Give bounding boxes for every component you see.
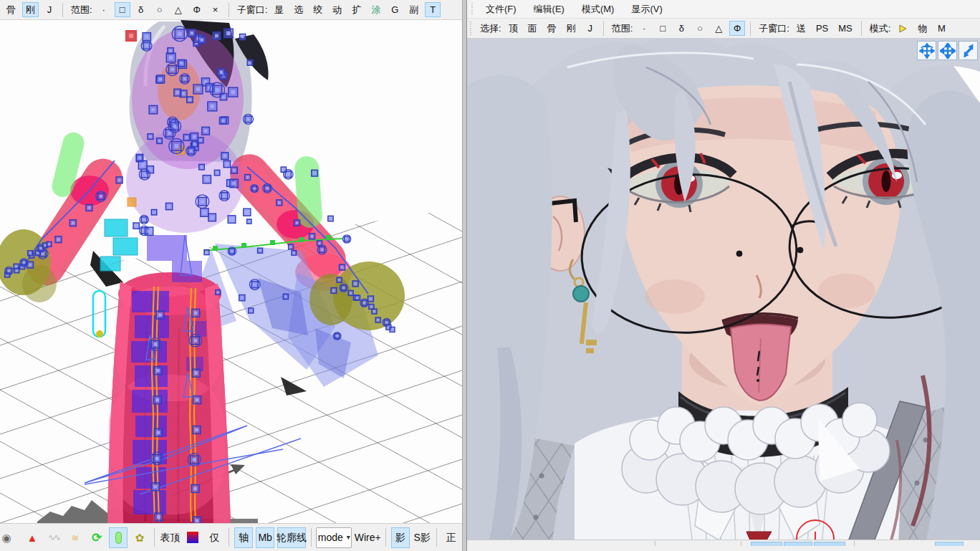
range-phi-button[interactable]: Φ xyxy=(189,2,205,17)
flower-icon[interactable]: ✿ xyxy=(130,527,149,548)
divider xyxy=(62,3,63,17)
menu-file[interactable]: 文件(F) xyxy=(477,1,525,18)
selected-rigid-body[interactable] xyxy=(126,31,136,41)
select-joint-button[interactable]: J xyxy=(582,21,598,36)
divider xyxy=(229,3,229,17)
window-divider[interactable] xyxy=(462,0,467,551)
subwindow-select-button[interactable]: 选 xyxy=(290,2,307,17)
left-top-toolbar: 骨 刚 J 范围: · □ δ ○ △ Φ × 子窗口: 显 选 绞 动 扩 涂… xyxy=(0,0,462,20)
range-circle-button[interactable]: ○ xyxy=(692,21,708,36)
range-triangle-button[interactable]: △ xyxy=(170,2,186,17)
divider xyxy=(436,528,437,547)
front-view-button[interactable]: 正 xyxy=(442,527,461,548)
divider xyxy=(311,528,312,547)
zoom-icon xyxy=(961,43,976,59)
select-bone-button[interactable]: 骨 xyxy=(3,2,19,17)
weight-gradient-button[interactable] xyxy=(183,527,202,548)
menu-mode[interactable]: 模式(M) xyxy=(573,1,623,18)
select-joint-button[interactable]: J xyxy=(42,2,57,17)
right-bottom-toolbar-partial xyxy=(467,540,980,545)
range-point-button[interactable]: · xyxy=(96,2,112,17)
model-overlay-canvas xyxy=(0,20,462,523)
warning-triangle-icon[interactable]: ▲ xyxy=(23,527,42,548)
subwindow-paint-button[interactable]: 涂 xyxy=(368,2,384,17)
play-button[interactable] xyxy=(894,21,911,36)
partial-button[interactable] xyxy=(935,542,964,546)
divider xyxy=(603,21,604,36)
subwindow-display-button[interactable]: 显 xyxy=(271,2,287,17)
range-delta-button[interactable]: δ xyxy=(673,21,689,36)
menu-edit[interactable]: 编辑(E) xyxy=(525,1,573,18)
only-button[interactable]: 仅 xyxy=(205,527,224,548)
range-circle-button[interactable]: ○ xyxy=(152,2,168,17)
subwindow-sub-button[interactable]: 副 xyxy=(405,2,422,17)
right-toolbar: 选择: 顶 面 骨 刚 J 范围: · □ δ ○ △ Φ 子窗口: 送 PS … xyxy=(467,18,980,39)
range-triangle-button[interactable]: △ xyxy=(711,21,726,36)
axis-button[interactable]: 轴 xyxy=(234,527,253,548)
model-edit-window: 骨 刚 J 范围: · □ δ ○ △ Φ × 子窗口: 显 选 绞 动 扩 涂… xyxy=(0,0,462,551)
menu-view[interactable]: 显示(V) xyxy=(623,1,671,18)
range-x-button[interactable]: × xyxy=(208,2,224,17)
select-face-button[interactable]: 面 xyxy=(524,21,541,36)
mode-label: 模式: xyxy=(870,22,891,35)
render-3d-viewport[interactable] xyxy=(467,39,980,545)
subwindow-ps-button[interactable]: PS xyxy=(812,21,832,36)
partial-button[interactable] xyxy=(751,542,782,546)
range-point-button[interactable]: · xyxy=(636,21,652,36)
range-box-button[interactable]: □ xyxy=(115,2,130,17)
view-window: 文件(F) 编辑(E) 模式(M) 显示(V) 选择: 顶 面 骨 刚 J 范围… xyxy=(467,0,980,551)
orbit-icon xyxy=(919,43,935,59)
range-delta-button[interactable]: δ xyxy=(133,2,149,17)
right-menubar: 文件(F) 编辑(E) 模式(M) 显示(V) xyxy=(467,0,980,18)
partial-button[interactable] xyxy=(784,542,812,546)
divider xyxy=(861,21,862,36)
subwindow-twist-button[interactable]: 绞 xyxy=(309,2,326,17)
zoom-view-button[interactable] xyxy=(959,41,978,60)
range-box-button[interactable]: □ xyxy=(655,21,671,36)
pan-icon xyxy=(940,43,956,59)
subwindow-ms-button[interactable]: MS xyxy=(835,21,856,36)
subwindow-g-button[interactable]: G xyxy=(387,2,403,17)
toolbar-grip[interactable] xyxy=(470,21,473,35)
mode-dropdown[interactable]: mode▾ xyxy=(316,527,352,548)
m-button[interactable]: M xyxy=(933,21,949,36)
play-icon xyxy=(898,24,908,34)
surface-vertex-button[interactable]: 表顶 xyxy=(160,527,181,548)
subwindow-send-button[interactable]: 送 xyxy=(793,21,810,36)
left-bottom-toolbar: ◉ ▲ ∿∿ ≋ ⟳ ✿ 表顶 仅 轴 Mb 轮廓线 mode▾ Wire+ 影… xyxy=(0,523,462,551)
partial-button[interactable] xyxy=(814,542,845,546)
outline-button[interactable]: 轮廓线 xyxy=(277,527,306,548)
self-shadow-button[interactable]: S影 xyxy=(413,527,431,548)
indigo-rigid-boxes xyxy=(131,291,169,514)
select-bone-button[interactable]: 骨 xyxy=(544,21,560,36)
chevron-down-icon: ▾ xyxy=(347,534,350,541)
physics-button[interactable]: 物 xyxy=(914,21,931,36)
select-rigid-button[interactable]: 刚 xyxy=(563,21,580,36)
subwindow-label: 子窗口: xyxy=(759,22,789,35)
refresh-icon[interactable]: ⟳ xyxy=(87,527,106,548)
select-rigid-button[interactable]: 刚 xyxy=(22,2,39,17)
capsule-icon xyxy=(115,532,122,544)
subwindow-motion-button[interactable]: 动 xyxy=(329,2,345,17)
divider xyxy=(229,528,229,547)
shadow-button[interactable]: 影 xyxy=(391,527,410,548)
range-phi-button[interactable]: Φ xyxy=(729,21,745,36)
subwindow-t-button[interactable]: T xyxy=(425,2,441,17)
divider xyxy=(154,528,155,547)
orbit-view-button[interactable] xyxy=(917,41,936,60)
capsule-display-button[interactable] xyxy=(109,527,128,548)
toolbar-grip[interactable] xyxy=(471,3,474,16)
select-vertex-button[interactable]: 顶 xyxy=(505,21,522,36)
character-model xyxy=(0,20,405,523)
subwindow-extend-button[interactable]: 扩 xyxy=(348,2,365,17)
divider xyxy=(385,528,386,547)
pan-view-button[interactable] xyxy=(938,41,957,60)
select-label: 选择: xyxy=(480,22,501,35)
model-3d-viewport[interactable] xyxy=(0,20,462,523)
range-label: 范围: xyxy=(612,22,633,35)
mb-button[interactable]: Mb xyxy=(256,527,274,548)
hatch-icon[interactable]: ∿∿ xyxy=(44,527,63,548)
record-icon[interactable]: ◉ xyxy=(1,527,20,548)
wire-plus-button[interactable]: Wire+ xyxy=(355,527,380,548)
rig-hatch-icon[interactable]: ≋ xyxy=(66,527,85,548)
